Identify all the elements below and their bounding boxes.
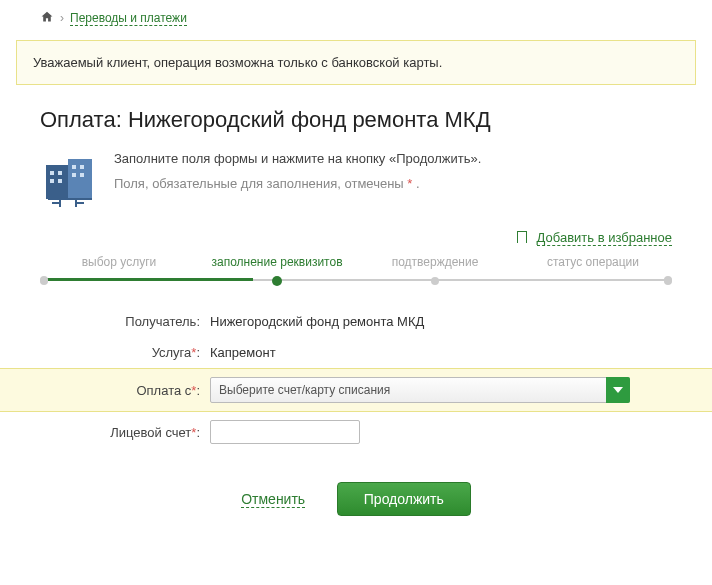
home-icon[interactable]	[40, 10, 54, 26]
actions-row: Отменить Продолжить	[0, 452, 712, 534]
notice-banner: Уважаемый клиент, операция возможна толь…	[16, 40, 696, 85]
row-service: Услуга*: Капремонт	[0, 337, 712, 368]
recipient-value: Нижегородский фонд ремонта МКД	[210, 314, 424, 329]
chevron-down-icon[interactable]	[606, 377, 630, 403]
svg-rect-8	[50, 179, 54, 183]
breadcrumb-payments-link[interactable]: Переводы и платежи	[70, 11, 187, 26]
building-icon	[40, 151, 100, 214]
page-title: Оплата: Нижегородский фонд ремонта МКД	[0, 103, 712, 147]
step-status: статус операции	[514, 255, 672, 286]
intro-line2: Поля, обязательные для заполнения, отмеч…	[114, 176, 481, 191]
breadcrumb-separator: ›	[60, 11, 64, 25]
progress-stepper: выбор услуги заполнение реквизитов подтв…	[40, 255, 672, 286]
breadcrumb: › Переводы и платежи	[0, 0, 712, 32]
row-recipient: Получатель: Нижегородский фонд ремонта М…	[0, 306, 712, 337]
step-confirmation: подтверждение	[356, 255, 514, 286]
svg-rect-4	[72, 173, 76, 177]
recipient-label: Получатель:	[40, 314, 210, 329]
svg-rect-9	[58, 179, 62, 183]
svg-rect-2	[72, 165, 76, 169]
intro-line1: Заполните поля формы и нажмите на кнопку…	[114, 151, 481, 166]
add-favorite-link[interactable]: Добавить в избранное	[537, 230, 672, 246]
continue-button[interactable]: Продолжить	[337, 482, 471, 516]
cancel-link[interactable]: Отменить	[241, 491, 305, 508]
account-input[interactable]	[210, 420, 360, 444]
svg-rect-0	[46, 165, 68, 199]
svg-rect-3	[80, 165, 84, 169]
step-select-service: выбор услуги	[40, 255, 198, 286]
row-account: Лицевой счет*:	[0, 412, 712, 452]
bookmark-icon	[517, 231, 527, 243]
step-fill-details: заполнение реквизитов	[198, 255, 356, 286]
row-pay-from: Оплата с*: Выберите счет/карту списания	[0, 368, 712, 412]
pay-from-select[interactable]: Выберите счет/карту списания	[210, 377, 630, 403]
svg-rect-5	[80, 173, 84, 177]
service-label: Услуга*:	[40, 345, 210, 360]
account-label: Лицевой счет*:	[40, 425, 210, 440]
svg-rect-7	[58, 171, 62, 175]
intro-block: Заполните поля формы и нажмите на кнопку…	[0, 147, 712, 224]
service-value: Капремонт	[210, 345, 276, 360]
svg-rect-6	[50, 171, 54, 175]
pay-from-label: Оплата с*:	[40, 383, 210, 398]
pay-from-select-value[interactable]: Выберите счет/карту списания	[210, 377, 630, 403]
